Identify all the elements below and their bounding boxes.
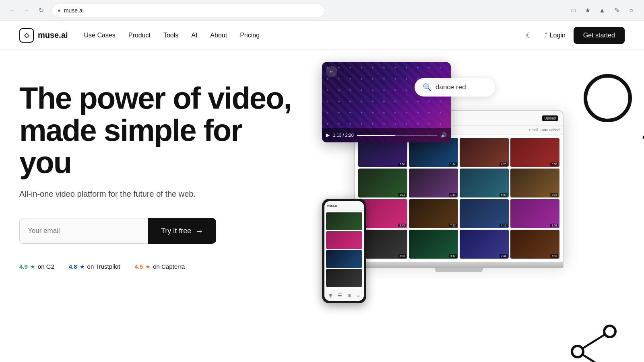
phone-nav-bar: muse.ai xyxy=(324,201,364,211)
video-progress-bar: ▶ 1:13 / 2:20 🔊 xyxy=(322,128,451,142)
share-svg xyxy=(564,319,628,362)
profile-icon[interactable]: ○ xyxy=(625,4,638,17)
laptop-stand xyxy=(435,268,483,272)
rating-capterra: 4.5 ★ on Capterra xyxy=(134,263,185,270)
video-thumb-4: 6:30 xyxy=(510,138,559,167)
nav-use-cases[interactable]: Use Cases xyxy=(84,32,115,39)
capterra-score: 4.5 xyxy=(134,263,143,270)
large-magnifier-icon xyxy=(584,74,644,146)
login-icon: ⤴ xyxy=(544,32,547,39)
capterra-platform: on Capterra xyxy=(153,263,185,270)
hero-section: The power of video, made simple for you … xyxy=(0,50,644,362)
nav-right: ☾ ⤴ Login Get started xyxy=(522,27,625,44)
video-thumb-11: 4:11 xyxy=(460,199,509,228)
ratings: 4.9 ★ on G2 4.8 ★ on Trustpilot 4.5 ★ on… xyxy=(19,263,293,270)
navbar: ◇ muse.ai Use Cases Product Tools AI Abo… xyxy=(0,21,644,50)
phone-nav-home: ⊞ xyxy=(328,293,332,298)
g2-star: ★ xyxy=(30,263,35,270)
back-button[interactable]: ← xyxy=(6,5,18,16)
video-grid: 2:30 1:44 4:20 6:30 3:24 1:14 5:08 2:15 … xyxy=(355,135,563,262)
trustpilot-star: ★ xyxy=(80,263,85,270)
search-bar: 🔍 dance red xyxy=(415,78,495,97)
video-thumb-14: 3:17 xyxy=(409,230,458,259)
login-label: Login xyxy=(550,32,566,39)
phone-bottom-nav: ⊞ ☰ ⊕ ○ xyxy=(324,290,364,301)
logo-text: muse.ai xyxy=(38,31,68,40)
svg-point-3 xyxy=(604,326,615,337)
laptop-btn-group: Upload xyxy=(542,115,558,121)
page: ◇ muse.ai Use Cases Product Tools AI Abo… xyxy=(0,21,644,362)
nav-tools[interactable]: Tools xyxy=(163,32,178,39)
laptop-btn-upload: Upload xyxy=(542,115,558,121)
trustpilot-platform: on Trustpilot xyxy=(87,263,120,270)
capterra-star: ★ xyxy=(145,263,151,270)
video-thumb-12: 1:58 xyxy=(510,199,559,228)
refresh-button[interactable]: ↻ xyxy=(35,5,47,16)
hero-title: The power of video, made simple for you xyxy=(19,82,293,178)
video-back-button[interactable]: ← xyxy=(326,66,337,77)
phone-thumb-3 xyxy=(326,250,362,268)
try-free-label: Try it free xyxy=(161,227,191,235)
laptop-base xyxy=(354,263,564,268)
video-thumb-15: 2:44 xyxy=(460,230,509,259)
nav-pricing[interactable]: Pricing xyxy=(240,32,260,39)
hero-left: The power of video, made simple for you … xyxy=(19,74,293,270)
logo[interactable]: ◇ muse.ai xyxy=(19,28,68,43)
phone-nav-profile: ○ xyxy=(357,293,359,298)
video-thumb-5: 3:24 xyxy=(358,169,407,197)
video-thumb-3: 4:20 xyxy=(460,138,509,167)
video-thumb-8: 2:15 xyxy=(510,169,559,197)
login-button[interactable]: ⤴ Login xyxy=(544,32,566,39)
get-started-button[interactable]: Get started xyxy=(574,27,625,44)
nav-product[interactable]: Product xyxy=(128,32,151,39)
phone-mockup: muse.ai ⊞ ☰ ⊕ ○ xyxy=(322,199,366,303)
hero-cta: Try it free → xyxy=(19,218,293,244)
phone-thumb-1 xyxy=(326,212,362,230)
g2-score: 4.9 xyxy=(19,263,28,270)
share-icon-large xyxy=(564,319,628,362)
lock-icon: ● xyxy=(58,7,61,13)
nav-ai[interactable]: AI xyxy=(191,32,197,39)
hero-right: ← ▶ 1:13 / 2:20 🔊 🔍 dance red xyxy=(322,62,644,362)
svg-point-2 xyxy=(572,346,583,357)
rating-trustpilot: 4.8 ★ on Trustpilot xyxy=(69,263,120,270)
browser-chrome: ← → ↻ ● muse.ai ▭ ★ ▲ ✎ ○ xyxy=(0,0,644,21)
shield-icon[interactable]: ▲ xyxy=(596,4,609,17)
video-thumb-10: 7:22 xyxy=(409,199,458,228)
arrow-icon: → xyxy=(195,226,203,236)
bookmark-icon[interactable]: ★ xyxy=(581,4,594,17)
try-free-button[interactable]: Try it free → xyxy=(148,218,216,244)
nav-links: Use Cases Product Tools AI About Pricing xyxy=(84,32,260,39)
nav-about[interactable]: About xyxy=(210,32,227,39)
phone-nav-search: ⊕ xyxy=(347,293,351,298)
dark-mode-button[interactable]: ☾ xyxy=(522,28,536,43)
cast-icon[interactable]: ▭ xyxy=(567,4,580,17)
trustpilot-score: 4.8 xyxy=(69,263,77,270)
forward-button[interactable]: → xyxy=(21,5,32,16)
progress-track xyxy=(357,135,438,136)
video-preview-card: ← ▶ 1:13 / 2:20 🔊 xyxy=(322,62,451,142)
phone-thumb-4 xyxy=(326,269,362,287)
email-input[interactable] xyxy=(19,218,148,244)
play-icon: ▶ xyxy=(326,132,330,138)
video-thumb-7: 5:08 xyxy=(460,169,509,197)
phone-content xyxy=(324,211,364,290)
video-thumb-6: 1:14 xyxy=(409,169,458,197)
magnifier-handle xyxy=(642,119,644,140)
video-time: 1:13 / 2:20 xyxy=(333,133,354,138)
browser-nav-buttons: ← → ↻ xyxy=(6,5,47,16)
phone-screen: muse.ai ⊞ ☰ ⊕ ○ xyxy=(324,201,364,301)
logo-icon: ◇ xyxy=(19,28,34,43)
hero-subtitle: All-in-one video platform for the future… xyxy=(19,189,293,199)
search-icon: 🔍 xyxy=(423,83,431,92)
url-text: muse.ai xyxy=(64,7,84,14)
phone-logo: muse.ai xyxy=(327,204,337,207)
video-thumb-16: 5:31 xyxy=(510,230,559,259)
magnifier-circle xyxy=(584,74,632,122)
browser-toolbar: ▭ ★ ▲ ✎ ○ xyxy=(567,4,638,17)
rating-g2: 4.9 ★ on G2 xyxy=(19,263,54,270)
address-bar[interactable]: ● muse.ai xyxy=(52,4,325,17)
phone-nav-collections: ☰ xyxy=(338,293,342,298)
search-query: dance red xyxy=(436,83,466,91)
pen-icon[interactable]: ✎ xyxy=(610,4,623,17)
